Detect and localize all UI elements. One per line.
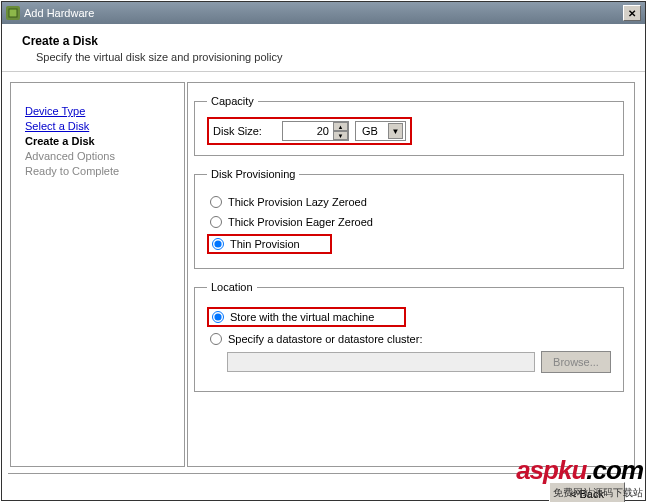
prov-thick-eager-label: Thick Provision Eager Zeroed [228, 216, 373, 228]
wizard-body: Device Type Select a Disk Create a Disk … [2, 72, 645, 467]
capacity-legend: Capacity [207, 95, 258, 107]
provisioning-group: Disk Provisioning Thick Provision Lazy Z… [194, 168, 624, 269]
chevron-down-icon[interactable]: ▼ [388, 123, 403, 139]
provisioning-legend: Disk Provisioning [207, 168, 299, 180]
wizard-header: Create a Disk Specify the virtual disk s… [2, 24, 645, 72]
prov-thick-eager-row[interactable]: Thick Provision Eager Zeroed [207, 214, 611, 230]
window-title: Add Hardware [24, 7, 623, 19]
step-select-disk[interactable]: Select a Disk [25, 120, 89, 132]
prov-thin-highlight[interactable]: Thin Provision [207, 234, 332, 254]
step-device-type[interactable]: Device Type [25, 105, 85, 117]
disk-size-label: Disk Size: [213, 125, 262, 137]
step-ready-complete: Ready to Complete [25, 165, 176, 177]
prov-thick-lazy-label: Thick Provision Lazy Zeroed [228, 196, 367, 208]
loc-store-with-vm-radio[interactable] [212, 311, 224, 323]
disk-size-unit-select[interactable]: GB ▼ [355, 121, 406, 141]
back-button[interactable]: < Back [549, 482, 625, 503]
capacity-group: Capacity Disk Size: ▲ ▼ GB ▼ [194, 95, 624, 156]
location-group: Location Store with the virtual machine … [194, 281, 624, 392]
loc-specify-datastore-label: Specify a datastore or datastore cluster… [228, 333, 422, 345]
browse-button: Browse... [541, 351, 611, 373]
prov-thick-lazy-row[interactable]: Thick Provision Lazy Zeroed [207, 194, 611, 210]
titlebar: Add Hardware ✕ [2, 2, 645, 24]
prov-thin-radio[interactable] [212, 238, 224, 250]
spin-up-button[interactable]: ▲ [333, 122, 348, 131]
loc-specify-datastore-radio[interactable] [210, 333, 222, 345]
wizard-steps: Device Type Select a Disk Create a Disk … [10, 82, 185, 467]
loc-specify-datastore-row[interactable]: Specify a datastore or datastore cluster… [207, 331, 611, 347]
location-legend: Location [207, 281, 257, 293]
app-icon [6, 6, 20, 20]
prov-thick-eager-radio[interactable] [210, 216, 222, 228]
datastore-path-input [227, 352, 535, 372]
prov-thick-lazy-radio[interactable] [210, 196, 222, 208]
page-title: Create a Disk [22, 34, 625, 48]
loc-store-with-vm-highlight[interactable]: Store with the virtual machine [207, 307, 406, 327]
datastore-path-row: Browse... [227, 351, 611, 373]
prov-thin-label: Thin Provision [230, 238, 300, 250]
loc-store-with-vm-label: Store with the virtual machine [230, 311, 374, 323]
svg-rect-0 [9, 9, 17, 17]
spin-down-button[interactable]: ▼ [333, 131, 348, 140]
window-frame: Add Hardware ✕ Create a Disk Specify the… [1, 1, 646, 501]
disk-size-input[interactable] [283, 123, 333, 139]
wizard-footer: < Back [8, 473, 639, 502]
step-create-disk: Create a Disk [25, 135, 176, 147]
capacity-highlight: Disk Size: ▲ ▼ GB ▼ [207, 117, 412, 145]
step-advanced-options: Advanced Options [25, 150, 176, 162]
close-button[interactable]: ✕ [623, 5, 641, 21]
page-subtitle: Specify the virtual disk size and provis… [36, 51, 625, 63]
disk-size-spinner[interactable]: ▲ ▼ [282, 121, 349, 141]
disk-size-unit-value: GB [358, 125, 388, 137]
settings-pane: Capacity Disk Size: ▲ ▼ GB ▼ [187, 82, 635, 467]
